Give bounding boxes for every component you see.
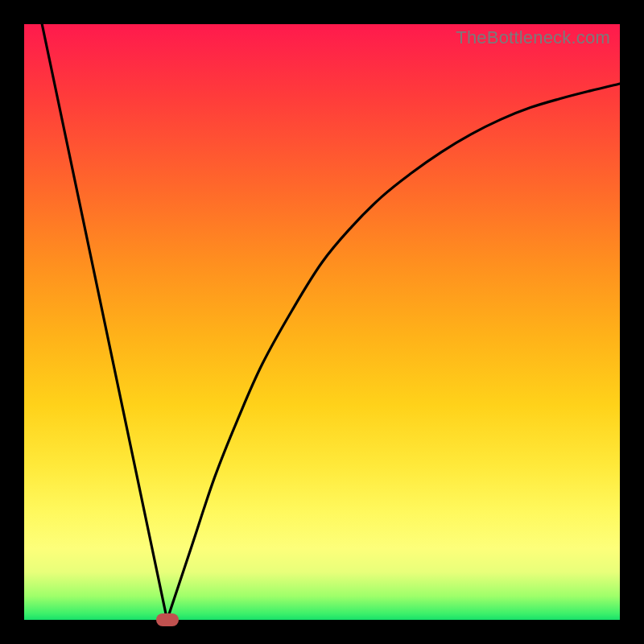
chart-frame: TheBottleneck.com [0, 0, 644, 644]
bottleneck-curve [24, 24, 620, 620]
optimum-marker [156, 613, 179, 626]
plot-area: TheBottleneck.com [24, 24, 620, 620]
